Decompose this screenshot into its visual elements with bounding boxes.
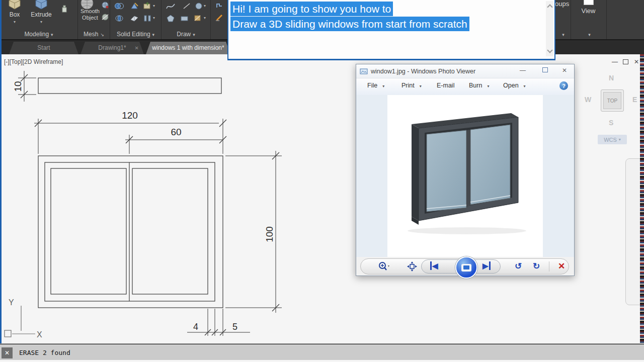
caret-down-icon: ▾	[562, 32, 565, 37]
view-button[interactable]: View	[571, 7, 606, 15]
zoom-icon[interactable]	[378, 261, 390, 272]
viewcube-east[interactable]: E	[632, 96, 637, 104]
window-accent-edge	[0, 0, 2, 343]
panel-modify-fragment	[211, 0, 228, 39]
polyline-edit-icon[interactable]	[214, 0, 224, 10]
wcs-dropdown[interactable]: WCS▾	[598, 135, 627, 144]
box-tool-button[interactable]: Box ▾	[3, 0, 26, 25]
rotate-clockwise-icon[interactable]: ↻	[533, 261, 540, 272]
pencil-hatch-icon[interactable]	[214, 12, 224, 22]
caret-down-icon: ▾	[152, 32, 155, 37]
dim-4: 4	[193, 322, 198, 332]
viewcube-west[interactable]: W	[585, 96, 591, 104]
photo-viewer-toolbar: ◀ ▶ ↺ ↻ ✕	[356, 257, 574, 276]
slice-tool-icon[interactable]	[129, 13, 139, 23]
drawing-restore-icon[interactable]	[623, 59, 628, 66]
drawing-minimize-icon[interactable]: —	[612, 58, 618, 65]
polysolid-tool-icon[interactable]	[59, 4, 69, 14]
menu-print[interactable]: Print▾	[401, 82, 422, 89]
dim-120: 120	[122, 110, 138, 121]
panel-label-view[interactable]: ▾	[571, 31, 606, 38]
intersect-tool-icon[interactable]	[114, 13, 124, 23]
help-icon[interactable]: ?	[559, 81, 568, 90]
panel-draw: ▾ ▾ Draw▾	[162, 0, 211, 39]
caret-down-icon[interactable]: ▾	[28, 19, 54, 25]
pv-close-icon[interactable]: ✕	[562, 67, 567, 74]
smooth-object-button[interactable]: Smooth Object	[77, 8, 103, 21]
previous-image-button[interactable]: ◀	[430, 261, 438, 270]
union-tool-icon[interactable]	[114, 1, 124, 11]
tab-start[interactable]: Start	[9, 42, 78, 54]
viewcube-top-face[interactable]: TOP	[601, 89, 624, 112]
groups-label-partial[interactable]: oups	[555, 0, 569, 8]
panel-label-modeling[interactable]: Modeling▾	[0, 31, 77, 38]
tab-close-icon[interactable]: ✕	[135, 42, 139, 54]
line-tool-icon[interactable]	[182, 1, 192, 11]
menu-email[interactable]: E-mail	[437, 82, 454, 89]
caret-down-icon: ▾	[588, 32, 591, 37]
scroll-up-icon[interactable]	[547, 4, 552, 10]
panel-label-groups[interactable]: ▾	[554, 31, 571, 38]
panel-label-draw[interactable]: Draw▾	[162, 31, 210, 38]
mesh-refine-icon[interactable]	[100, 0, 110, 10]
tab-windows1-active[interactable]: windows 1 with dimension*	[146, 42, 230, 54]
dim-10: 10	[13, 81, 23, 92]
caret-down-icon[interactable]: ▾	[204, 16, 206, 20]
caret-down-icon: ▾	[619, 137, 621, 142]
dim-100: 100	[264, 226, 275, 242]
menu-burn[interactable]: Burn▾	[469, 82, 489, 89]
panel-launcher-icon: ↘	[100, 32, 104, 37]
caret-down-icon: ▾	[487, 84, 489, 88]
panel-label-mesh[interactable]: Mesh↘	[78, 31, 110, 38]
hatch-tool-icon[interactable]	[193, 13, 203, 23]
caption-scrollbar[interactable]	[546, 1, 553, 56]
scroll-down-icon[interactable]	[547, 47, 552, 53]
extrude-faces-tool-icon[interactable]	[142, 1, 152, 11]
caption-textbox[interactable]: Hi! I am going to show you how to Draw a…	[227, 0, 555, 60]
fillet-edge-tool-icon[interactable]	[129, 1, 139, 11]
smooth-object-label: Smooth Object	[80, 8, 100, 21]
menu-file[interactable]: File▾	[367, 82, 384, 89]
polygon-tool-icon[interactable]	[166, 13, 176, 23]
2d-window-drawing[interactable]: 10 120 60 100 4 5 Y X	[0, 54, 312, 343]
view-icon[interactable]	[584, 0, 594, 5]
tab-drawing1[interactable]: Drawing1* ✕	[80, 42, 144, 54]
dim-60: 60	[171, 127, 181, 137]
toolbar-separator	[549, 261, 549, 272]
command-bar[interactable]: ✕ ERASE 2 found	[0, 345, 644, 360]
rotate-counterclockwise-icon[interactable]: ↺	[515, 261, 522, 272]
viewcube-south[interactable]: S	[609, 119, 613, 127]
viewcube-north[interactable]: N	[609, 74, 614, 82]
dim-5: 5	[232, 322, 237, 332]
photo-viewer-titlebar[interactable]: window1.jpg - Windows Photo Viewer — ✕	[356, 64, 574, 78]
circle-tool-icon[interactable]	[194, 1, 204, 11]
fit-to-window-icon[interactable]	[407, 261, 417, 272]
panel-groups-partial: oups ▾	[553, 0, 571, 39]
caret-down-icon[interactable]: ▾	[3, 19, 26, 25]
caret-down-icon[interactable]: ▾	[204, 4, 206, 8]
caret-down-icon: ▾	[420, 84, 422, 88]
photo-display-area	[356, 95, 574, 257]
pv-minimize-icon[interactable]: —	[520, 67, 526, 74]
rectangle-tool-icon[interactable]	[180, 13, 190, 23]
photo-viewer-app-icon	[360, 68, 368, 75]
command-close-icon[interactable]: ✕	[2, 347, 13, 358]
menu-open[interactable]: Open▾	[503, 82, 526, 89]
drawing-close-icon[interactable]: ✕	[634, 58, 639, 65]
next-image-button[interactable]: ▶	[482, 261, 491, 270]
delete-icon[interactable]: ✕	[558, 261, 565, 272]
spline-tool-icon[interactable]	[166, 1, 176, 11]
command-bar-lower	[0, 360, 644, 362]
separate-tool-icon[interactable]	[142, 13, 152, 23]
caret-down-icon[interactable]: ▾	[153, 4, 155, 8]
drawing-geometry	[5, 71, 282, 337]
pv-maximize-icon[interactable]	[542, 67, 548, 74]
mesh-crease-icon[interactable]	[100, 12, 110, 22]
extrude-tool-button[interactable]: Extrude ▾	[28, 0, 54, 25]
panel-label-solid-editing[interactable]: Solid Editing▾	[110, 31, 161, 38]
extrude-icon	[33, 0, 49, 10]
play-slideshow-button[interactable]	[455, 256, 477, 279]
photo-viewer-window: window1.jpg - Windows Photo Viewer — ✕ F…	[356, 64, 575, 276]
caret-down-icon[interactable]: ▾	[153, 16, 155, 20]
caption-line2: Draw a 3D sliding windows from start fro…	[230, 17, 469, 31]
